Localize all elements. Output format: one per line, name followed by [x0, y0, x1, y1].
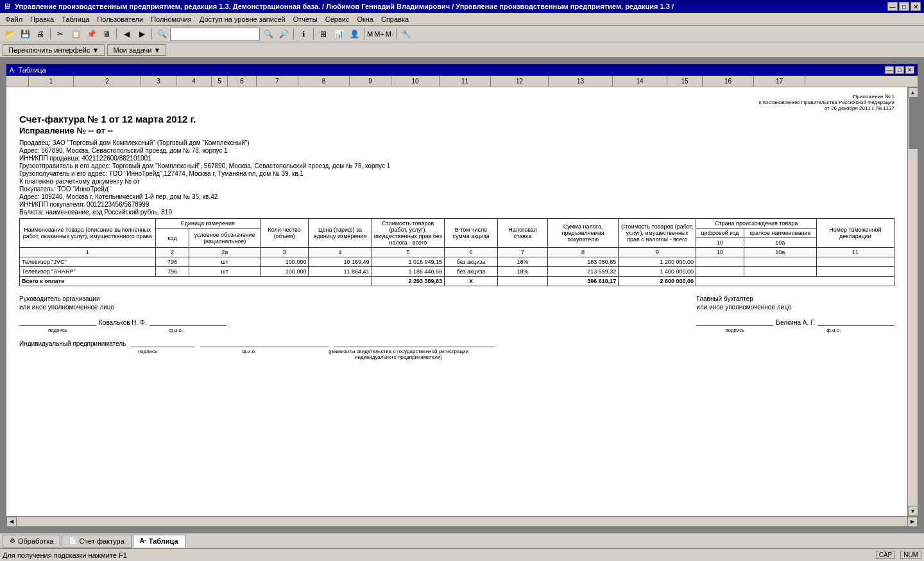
director-sign-underline — [19, 317, 96, 326]
inner-maximize-button[interactable]: □ — [895, 66, 904, 74]
col-header-4: 4 — [176, 76, 212, 87]
inv-totals-totalwithtax: 2 600 000,00 — [619, 277, 696, 286]
inner-close-button[interactable]: ✕ — [905, 66, 914, 74]
accountant-sign-underline — [696, 317, 773, 326]
inv-totals-tail — [696, 277, 894, 286]
toolbar-btn-3[interactable]: 🖨 — [33, 27, 47, 41]
toolbar-btn-cut[interactable]: ✂ — [53, 27, 67, 41]
menu-reports[interactable]: Отчеты — [289, 14, 321, 24]
ip-labels-row: подпись ф.и.о. (реквизиты свидетельства … — [19, 349, 894, 360]
menu-permissions[interactable]: Полномочия — [147, 14, 196, 24]
inner-minimize-button[interactable]: — — [885, 66, 894, 74]
row9: К платежно-расчетному документу № от — [19, 178, 894, 185]
tab-tablica-icon: A· — [140, 537, 146, 544]
menu-help[interactable]: Справка — [377, 14, 413, 24]
toolbar-btn-search2[interactable]: 🔎 — [277, 27, 291, 41]
toolbar-btn-paste[interactable]: 📌 — [84, 27, 98, 41]
toolbar-btn-search1[interactable]: 🔍 — [261, 27, 275, 41]
menu-record-access[interactable]: Доступ на уровне записей — [196, 14, 289, 24]
toolbar-btn-user[interactable]: 👤 — [347, 27, 361, 41]
accountant-sig-labels: подпись ф.и.о. — [696, 327, 894, 333]
row6: ИНН/КПП продавца: 4021122600/882101001 — [19, 155, 894, 162]
inv-row1-excise: без акциза — [444, 257, 497, 267]
maximize-button[interactable]: □ — [899, 2, 909, 11]
inv-row2-excise: без акциза — [444, 267, 497, 277]
scroll-down-button[interactable]: ▼ — [908, 506, 918, 516]
inv-row2-taxrate: 18% — [498, 267, 548, 277]
accountant-sign-label: подпись — [696, 327, 773, 333]
row4: Продавец: ЗАО "Торговый дом Комплексный"… — [19, 139, 894, 146]
invoice-row-sharp: Телевизор "SHARP" 796 шт 100,000 11 864,… — [20, 267, 894, 277]
inv-row2-taxamt: 213 559,32 — [547, 267, 618, 277]
menu-windows[interactable]: Окна — [353, 14, 377, 24]
main-content-scroll[interactable]: Приложение № 1 к постановлению Правитель… — [6, 87, 907, 516]
inv-n5: 5 — [372, 248, 444, 257]
title-bar-text: Управление производственным предприятием… — [15, 3, 674, 10]
nav-bar: Переключить интерфейс ▼ Мои задачи ▼ — [0, 42, 924, 58]
menu-file[interactable]: Файл — [1, 14, 26, 24]
row13: Валюта: наименование, код Российский руб… — [19, 209, 894, 216]
inv-n10: 10 — [696, 248, 744, 257]
scroll-left-button[interactable]: ◀ — [6, 517, 17, 527]
scroll-up-button[interactable]: ▲ — [908, 87, 918, 98]
col-header-10: 10 — [391, 76, 440, 87]
vertical-scrollbar[interactable]: ▲ ▼ — [907, 87, 918, 516]
inv-n11: 11 — [816, 248, 894, 257]
tab-schetfaktura[interactable]: 📄 Счет фактура — [62, 535, 131, 548]
tab-tablica[interactable]: A· Таблица — [133, 535, 185, 548]
ip-label: Индивидуальный предприниматель — [19, 340, 126, 347]
toolbar-sep-7 — [397, 28, 397, 40]
inv-n6: 6 — [444, 248, 497, 257]
horizontal-scrollbar[interactable]: ◀ ▶ — [6, 516, 918, 526]
toolbar-btn-1[interactable]: 📂 — [3, 27, 17, 41]
toolbar-btn-info[interactable]: ℹ — [296, 27, 311, 41]
column-headers: 1 2 3 4 5 6 7 8 9 10 11 12 13 14 15 16 1… — [6, 76, 918, 87]
toolbar-btn-copy[interactable]: 📋 — [69, 27, 83, 41]
right-note-1: Приложение № 1 — [759, 94, 894, 99]
inv-row2-unit: шт — [189, 267, 260, 277]
menu-service[interactable]: Сервис — [321, 14, 354, 24]
toolbar-btn-back[interactable]: ◀ — [119, 27, 133, 41]
col-header-11: 11 — [440, 76, 491, 87]
toolbar-search-input[interactable] — [170, 28, 260, 40]
doc-subtitle-row: Исправление № -- от -- — [19, 126, 894, 135]
status-bar: Для получения подсказки нажмите F1 CAP N… — [0, 548, 924, 561]
scroll-thumb-vertical[interactable] — [909, 98, 918, 149]
inv-row2-name: Телевизор "SHARP" — [20, 267, 156, 277]
minimize-button[interactable]: — — [887, 2, 898, 11]
right-note-area: Приложение № 1 к постановлению Правитель… — [19, 94, 894, 111]
toolbar-btn-grid[interactable]: ⊞ — [316, 27, 330, 41]
toolbar-btn-2[interactable]: 💾 — [18, 27, 32, 41]
toolbar-btn-extra[interactable]: 🔧 — [400, 27, 414, 41]
toolbar-sep-2 — [116, 28, 117, 40]
accountant-sublabel: или иное уполномоченное лицо — [696, 304, 894, 311]
tab-obrabotka-icon: ⚙ — [10, 537, 15, 544]
toolbar-btn-print[interactable]: 🖥 — [99, 27, 114, 41]
toolbar-btn-chart[interactable]: 📊 — [332, 27, 346, 41]
menu-bar: Файл Правка Таблица Пользователи Полномо… — [0, 13, 924, 26]
scroll-right-button[interactable]: ▶ — [907, 517, 918, 527]
col-header-8: 8 — [298, 76, 350, 87]
scroll-track-horizontal[interactable] — [17, 517, 907, 526]
switch-interface-button[interactable]: Переключить интерфейс ▼ — [3, 44, 105, 56]
menu-edit[interactable]: Правка — [26, 14, 58, 24]
title-bar-buttons: — □ ✕ — [887, 2, 921, 11]
scroll-track-vertical[interactable] — [909, 98, 918, 506]
accountant-fio-underline — [817, 317, 894, 326]
menu-table[interactable]: Таблица — [58, 14, 93, 24]
inv-row2-price: 11 864,41 — [309, 267, 372, 277]
inv-row1-originname — [744, 257, 816, 267]
invoice-colnum-row: 1 2 2а 3 4 5 6 7 8 9 — [20, 248, 894, 257]
invoice-table: Наименование товара (описание выполненны… — [19, 218, 894, 286]
tab-obrabotka[interactable]: ⚙ Обработка — [3, 535, 60, 548]
my-tasks-button[interactable]: Мои задачи ▼ — [107, 44, 166, 56]
toolbar-btn-forward[interactable]: ▶ — [135, 27, 149, 41]
close-button[interactable]: ✕ — [911, 2, 921, 11]
inv-row2-totalwithtax: 1 400 000,00 — [619, 267, 696, 277]
toolbar-btn-find[interactable]: 🔍 — [155, 27, 169, 41]
inv-row1-qty: 100,000 — [260, 257, 309, 267]
inv-h-customs: Номер таможенной декларации — [816, 219, 894, 248]
col-header-3: 3 — [141, 76, 176, 87]
menu-users[interactable]: Пользователи — [93, 14, 147, 24]
row7: Грузоотправитель и его адрес: Торговый д… — [19, 162, 894, 169]
